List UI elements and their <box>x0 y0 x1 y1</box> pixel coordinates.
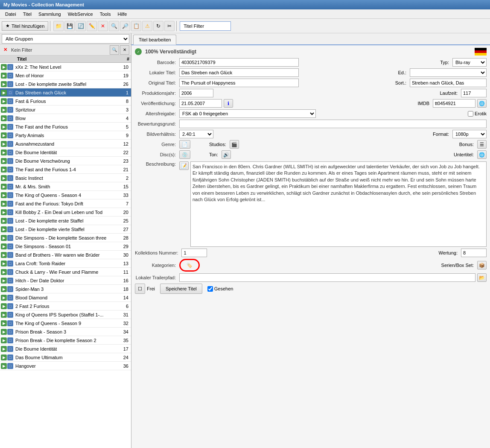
movie-list-item[interactable]: ▶□Basic Instinct2 <box>0 174 131 182</box>
movie-list-item[interactable]: ▶□Hangover36 <box>0 362 131 370</box>
filter-clear-button[interactable]: ✕ <box>120 45 129 55</box>
movie-list-item[interactable]: ▶□Die Bourne Verschwörung23 <box>0 157 131 165</box>
movie-list-item[interactable]: ▶□Hitch - Der Date Doktor16 <box>0 276 131 285</box>
categories-button[interactable]: 🏷️ <box>185 261 194 269</box>
filter-search-button[interactable]: 🔍 <box>110 45 119 55</box>
movie-list-item[interactable]: ▶□xXx 2: The Next Level10 <box>0 63 131 71</box>
movie-icon-2: □ <box>7 295 13 301</box>
movie-list-item[interactable]: ▶□Die Simpsons - Die komplette Season th… <box>0 234 131 242</box>
movie-list-item[interactable]: ▶□Fast & Furious8 <box>0 97 131 105</box>
barcode-input[interactable] <box>179 58 299 67</box>
type-select[interactable]: Blu-ray <box>452 58 487 67</box>
movie-list-item[interactable]: ▶□Lost - Die komplette vierte Staffel27 <box>0 225 131 234</box>
production-year-input[interactable] <box>179 89 213 97</box>
runtime-input[interactable] <box>461 89 487 97</box>
rating-reason-label: Bewertungsgrund: <box>135 121 178 126</box>
movie-list-item[interactable]: ▶□Men of Honor19 <box>0 71 131 80</box>
menu-hilfe[interactable]: Hilfe <box>114 11 130 18</box>
movie-icon-1: ▶ <box>1 363 7 369</box>
movie-list-item[interactable]: ▶□Party Animals9 <box>0 131 131 140</box>
movie-list-item[interactable]: ▶□Lost - Die komplette erste Staffel25 <box>0 217 131 225</box>
imdb-input[interactable] <box>433 99 475 108</box>
toolbar-btn-3[interactable]: 🔄 <box>76 21 86 31</box>
movie-list-item[interactable]: ▶□Kill Bobby Z - Ein Deal um Leben und T… <box>0 208 131 217</box>
group-select[interactable]: Alle Gruppen <box>2 34 129 44</box>
genre-button[interactable]: 📄 <box>179 140 190 149</box>
toolbar-btn-5[interactable]: 🔍 <box>109 21 119 31</box>
movie-list-item[interactable]: ▶□Ausnahmezustand12 <box>0 140 131 148</box>
tab-titel-bearbeiten[interactable]: Titel bearbeiten <box>133 35 176 45</box>
movie-list-item[interactable]: ▶□Die Bourne Identität22 <box>0 148 131 157</box>
toolbar-btn-delete[interactable]: ✕ <box>98 21 108 31</box>
local-title-input[interactable] <box>179 68 299 77</box>
movie-title: Party Animals <box>15 133 117 138</box>
rating-reason-input[interactable] <box>179 120 487 128</box>
movie-list-item[interactable]: ▶□King of Queens IPS Superbox (Staffel 1… <box>0 310 131 319</box>
aspect-ratio-select[interactable]: 2.40:1 <box>179 130 213 138</box>
movie-list-item[interactable]: ▶□Spider-Man 318 <box>0 285 131 293</box>
original-title-input[interactable] <box>179 79 299 87</box>
series-box-set-button[interactable]: 📦 <box>477 261 487 269</box>
movie-list-item[interactable]: ▶□Lara Croft: Tomb Raider13 <box>0 259 131 268</box>
movie-list-item[interactable]: ▶□Die Bourne Identität17 <box>0 345 131 353</box>
movie-list-item[interactable]: ▶□Lost - Die komplette zweite Staffel26 <box>0 80 131 88</box>
bonus-button[interactable]: ☰ <box>477 140 487 149</box>
toolbar-btn-4[interactable]: ✏️ <box>87 21 97 31</box>
toolbar-btn-warning[interactable]: ⚠ <box>142 21 152 31</box>
movie-list-item[interactable]: ▶□Prison Break - Die komplette Season 23… <box>0 336 131 345</box>
toolbar-btn-7[interactable]: 📋 <box>131 21 141 31</box>
subtitle-button[interactable]: 🌐 <box>477 150 487 159</box>
toolbar-btn-8[interactable]: ↻ <box>153 21 163 31</box>
format-select[interactable]: 1080p <box>452 130 487 138</box>
local-trailer-input[interactable] <box>179 273 475 282</box>
movie-list-item[interactable]: ▶□Das Streben nach Glück1 <box>0 88 131 97</box>
menu-sammlung[interactable]: Sammlung <box>35 11 64 18</box>
movie-icon-2: □ <box>7 337 13 343</box>
seen-checkbox[interactable] <box>207 286 213 292</box>
collection-num-input[interactable] <box>181 249 207 257</box>
movie-list-item[interactable]: ▶□Chuck & Larry - Wie Feuer und Flamme11 <box>0 268 131 276</box>
toolbar-btn-2[interactable]: 💾 <box>64 21 75 31</box>
discs-button[interactable]: 💿 <box>179 150 190 159</box>
sort-input[interactable] <box>410 79 487 87</box>
menu-tools[interactable]: Tools <box>96 11 114 18</box>
age-rating-select[interactable]: FSK ab 0 freigegeben <box>179 109 316 118</box>
movie-list-item[interactable]: ▶□Blood Diamond14 <box>0 293 131 302</box>
movie-title: Die Bourne Verschwörung <box>15 158 117 164</box>
free-icon-button[interactable]: ☐ <box>135 284 145 294</box>
edition-select[interactable] <box>410 68 487 77</box>
movie-list-item[interactable]: ▶□Band of Brothers - Wir waren wie Brüde… <box>0 251 131 259</box>
release-input[interactable] <box>179 99 222 108</box>
movie-list-item[interactable]: ▶□Spritztour3 <box>0 105 131 114</box>
movie-list-item[interactable]: ▶□2 Fast 2 Furious6 <box>0 302 131 310</box>
movie-list-item[interactable]: ▶□Blow4 <box>0 114 131 123</box>
erotic-checkbox[interactable] <box>468 111 473 117</box>
rating-input[interactable] <box>461 249 487 257</box>
movie-list-item[interactable]: ▶□The King of Queens - Season 433 <box>0 191 131 199</box>
studios-button[interactable]: 🎬 <box>230 140 239 149</box>
movie-list-item[interactable]: ▶□The Fast and the Furious5 <box>0 123 131 131</box>
movie-title: Band of Brothers - Wir waren wie Brüder <box>15 252 117 258</box>
toolbar-btn-9[interactable]: ✂ <box>164 21 175 31</box>
menu-datei[interactable]: Datei <box>2 11 20 18</box>
movie-list-item[interactable]: ▶□Prison Break - Season 334 <box>0 328 131 336</box>
movie-list-item[interactable]: ▶□Das Bourne Ultimatum24 <box>0 353 131 362</box>
movie-icon-1: ▶ <box>1 261 7 266</box>
release-info-button[interactable]: ℹ <box>224 99 233 108</box>
sound-button[interactable]: 🔊 <box>222 150 231 159</box>
menu-webservice[interactable]: WebService <box>64 11 96 18</box>
movie-list-item[interactable]: ▶□The Fast and the Furious 1-421 <box>0 165 131 174</box>
movie-list-item[interactable]: ▶□The King of Queens - Season 932 <box>0 319 131 328</box>
movie-title: 2 Fast 2 Furious <box>15 304 117 309</box>
save-title-button[interactable]: Speichere Titel <box>160 284 202 294</box>
menu-titel[interactable]: Titel <box>20 11 35 18</box>
toolbar-btn-6[interactable]: 🔎 <box>120 21 130 31</box>
movie-list-item[interactable]: ▶□Mr. & Mrs. Smith15 <box>0 182 131 191</box>
local-trailer-button[interactable]: 📂 <box>477 273 487 282</box>
imdb-link-button[interactable]: 🌐 <box>477 99 487 108</box>
movie-list-item[interactable]: ▶□Fast and the Furious: Tokyo Drift7 <box>0 199 131 208</box>
description-edit-button[interactable]: 📝 <box>179 161 189 170</box>
movie-list-item[interactable]: ▶□Die Simpsons - Season 0129 <box>0 242 131 251</box>
add-title-button[interactable]: ★ Titel hinzufügen <box>2 21 48 31</box>
toolbar-btn-1[interactable]: 📁 <box>53 21 64 31</box>
